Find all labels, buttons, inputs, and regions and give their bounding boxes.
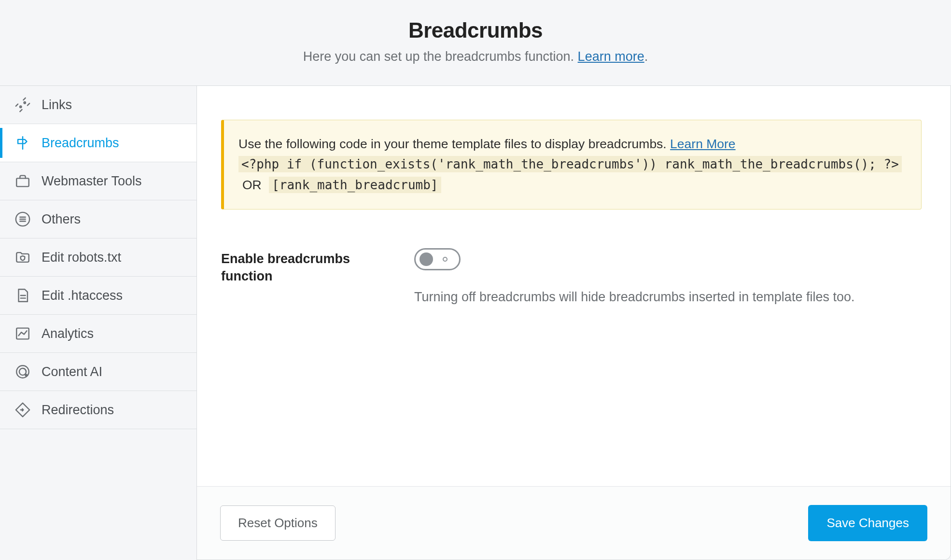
sidebar-item-label: Redirections <box>42 403 114 418</box>
sidebar-item-label: Webmaster Tools <box>42 174 142 189</box>
toggle-knob <box>420 252 433 266</box>
page-subtitle: Here you can set up the breadcrumbs func… <box>10 49 941 64</box>
page-header: Breadcrumbs Here you can set up the brea… <box>0 0 951 86</box>
sidebar-item-content-ai[interactable]: Content AI <box>0 353 196 391</box>
save-changes-button[interactable]: Save Changes <box>808 505 927 541</box>
sidebar-item-links[interactable]: Links <box>0 86 196 124</box>
notice-learn-more-link[interactable]: Learn More <box>670 137 736 151</box>
sidebar-item-analytics[interactable]: Analytics <box>0 315 196 353</box>
sidebar-item-edit-robots[interactable]: Edit robots.txt <box>0 238 196 277</box>
diamond-arrow-icon <box>14 402 31 418</box>
notice-text: Use the following code in your theme tem… <box>238 137 670 151</box>
sidebar-item-label: Edit .htaccess <box>42 288 123 303</box>
links-icon <box>14 97 31 113</box>
svg-rect-3 <box>16 178 29 186</box>
subtitle-suffix: . <box>644 49 648 64</box>
sidebar: Links Breadcrumbs Webm <box>0 86 197 560</box>
php-code: <?php if (function_exists('rank_math_the… <box>238 156 902 172</box>
field-label: Enable breadcrumbs function <box>221 248 366 305</box>
sidebar-item-webmaster-tools[interactable]: Webmaster Tools <box>0 162 196 200</box>
sidebar-item-others[interactable]: Others <box>0 200 196 238</box>
sidebar-item-label: Content AI <box>42 364 102 379</box>
reset-options-button[interactable]: Reset Options <box>220 505 336 541</box>
sidebar-item-label: Breadcrumbs <box>42 136 119 151</box>
subtitle-text: Here you can set up the breadcrumbs func… <box>303 49 578 64</box>
field-help: Turning off breadcrumbs will hide breadc… <box>414 290 922 305</box>
sidebar-item-label: Others <box>42 212 81 227</box>
page-title: Breadcrumbs <box>10 18 941 42</box>
code-notice: Use the following code in your theme tem… <box>221 120 922 210</box>
sidebar-item-label: Analytics <box>42 326 94 341</box>
sidebar-item-redirections[interactable]: Redirections <box>0 391 196 429</box>
svg-point-0 <box>20 106 21 108</box>
signpost-icon <box>14 135 31 151</box>
footer-actions: Reset Options Save Changes <box>197 486 951 560</box>
field-enable-breadcrumbs: Enable breadcrumbs function Turning off … <box>221 248 922 305</box>
svg-point-1 <box>24 102 26 103</box>
briefcase-icon <box>14 173 31 189</box>
svg-point-13 <box>25 374 28 377</box>
notice-or: OR <box>242 178 262 192</box>
toggle-indicator <box>443 257 448 262</box>
file-lines-icon <box>14 287 31 304</box>
content-panel: Use the following code in your theme tem… <box>197 86 951 560</box>
shortcode: [rank_math_breadcrumb] <box>269 177 441 193</box>
sidebar-item-edit-htaccess[interactable]: Edit .htaccess <box>0 277 196 315</box>
sidebar-item-label: Edit robots.txt <box>42 250 121 265</box>
learn-more-link[interactable]: Learn more <box>578 49 644 64</box>
chart-icon <box>14 325 31 342</box>
list-circle-icon <box>14 211 31 227</box>
sidebar-item-breadcrumbs[interactable]: Breadcrumbs <box>0 124 196 162</box>
folder-shield-icon <box>14 249 31 266</box>
enable-breadcrumbs-toggle[interactable] <box>414 248 461 270</box>
sidebar-item-label: Links <box>42 98 72 112</box>
target-icon <box>14 364 31 380</box>
